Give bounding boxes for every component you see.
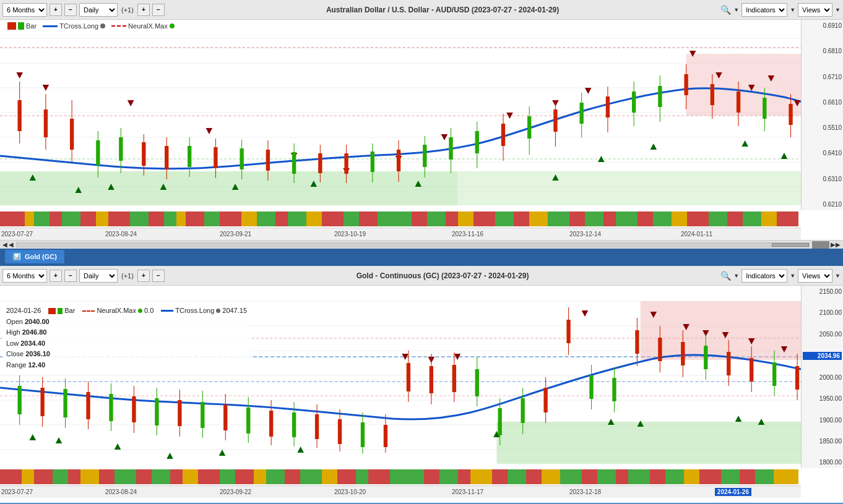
svg-rect-207 (155, 398, 158, 425)
svg-rect-141 (514, 211, 529, 226)
bottom-views-select[interactable]: Views (798, 269, 832, 283)
svg-rect-223 (338, 419, 342, 444)
top-add-period-btn[interactable]: + (50, 4, 62, 16)
svg-rect-217 (269, 411, 273, 437)
bottom-price-6: 1900.00 (803, 417, 842, 424)
svg-rect-132 (359, 211, 378, 226)
svg-rect-112 (34, 211, 50, 226)
top-toolbar-right: 🔍 ▼ Indicators ▼ Views ▼ (720, 3, 841, 17)
bottom-price-1: 2150.00 (803, 288, 842, 295)
svg-rect-235 (475, 369, 479, 396)
svg-rect-203 (109, 394, 113, 421)
svg-rect-103 (763, 98, 766, 119)
svg-rect-152 (709, 211, 727, 226)
bottom-tcross-val: 2047.15 (222, 305, 247, 317)
top-nav-right2-icon[interactable]: ▶ (836, 241, 841, 248)
top-period-select[interactable]: 6 Months 3 Months 1 Year (2, 3, 47, 17)
bottom-period-select[interactable]: 6 Months 3 Months 1 Year (2, 269, 47, 283)
top-price-axis: 0.6910 0.6810 0.6710 0.6610 0.5510 0.641… (801, 20, 843, 210)
svg-rect-136 (427, 211, 446, 226)
bottom-search-icon[interactable]: 🔍 (720, 271, 731, 281)
bottom-indicators-chevron[interactable]: ▼ (790, 273, 795, 279)
top-nav-left-icon[interactable]: ◀ (2, 241, 7, 248)
top-date-6: 2023-12-14 (569, 231, 601, 237)
top-indicators-chevron[interactable]: ▼ (790, 7, 795, 13)
gold-tab[interactable]: 📊 Gold (GC) (5, 250, 64, 263)
svg-rect-95 (658, 86, 662, 107)
bottom-date-axis: 2023-07-27 2023-08-24 2023-09-22 2023-10… (0, 485, 801, 498)
bottom-minus-btn[interactable]: − (152, 270, 165, 282)
bottom-interval-select[interactable]: Daily Weekly (79, 269, 118, 283)
svg-rect-312 (740, 469, 755, 484)
bottom-neuralx-dot-icon (138, 309, 142, 313)
svg-rect-284 (254, 469, 266, 484)
top-scroll-indicator (812, 241, 829, 249)
svg-rect-233 (452, 365, 456, 392)
svg-rect-139 (473, 211, 495, 226)
svg-rect-61 (214, 147, 217, 168)
bottom-views-chevron[interactable]: ▼ (835, 273, 841, 279)
svg-rect-253 (681, 342, 685, 365)
svg-rect-292 (390, 469, 405, 484)
svg-rect-119 (149, 211, 164, 226)
svg-rect-93 (632, 92, 636, 113)
bottom-open-val: 2040.00 (25, 318, 50, 325)
svg-rect-209 (178, 400, 181, 426)
top-nav-left2-icon[interactable]: ◀ (9, 241, 14, 248)
top-legend-neuralx: NeuralX.Max (111, 22, 175, 30)
top-scrollbar-track[interactable] (16, 242, 810, 247)
svg-rect-307 (650, 469, 665, 484)
svg-rect-305 (616, 469, 628, 484)
svg-rect-155 (761, 211, 777, 226)
top-minus-btn[interactable]: − (152, 4, 165, 16)
bottom-bar-label: Bar (64, 305, 75, 317)
svg-rect-101 (737, 92, 740, 113)
svg-rect-151 (687, 211, 709, 226)
svg-rect-286 (285, 469, 300, 484)
svg-rect-231 (430, 366, 433, 393)
svg-rect-149 (653, 211, 672, 226)
bottom-plus-btn[interactable]: + (137, 270, 150, 282)
bottom-date-4: 2023-10-20 (334, 489, 366, 495)
svg-rect-150 (672, 211, 687, 226)
svg-rect-115 (80, 211, 96, 226)
svg-rect-221 (315, 414, 319, 439)
top-views-chevron[interactable]: ▼ (835, 7, 841, 13)
bottom-date-2: 2023-08-24 (105, 489, 137, 495)
top-momentum-bar (0, 210, 801, 228)
svg-rect-63 (240, 148, 243, 169)
top-sub-period-btn[interactable]: − (64, 4, 77, 16)
top-toolbar: 6 Months 3 Months 1 Year + − Daily Weekl… (0, 0, 843, 20)
bottom-add-period-btn[interactable]: + (50, 270, 62, 282)
top-date-7: 2024-01-11 (681, 231, 712, 237)
top-search-icon[interactable]: 🔍 (720, 5, 731, 15)
top-indicators-select[interactable]: Indicators (741, 3, 787, 17)
top-search-chevron[interactable]: ▼ (733, 7, 739, 13)
svg-rect-51 (96, 140, 100, 165)
svg-rect-117 (108, 211, 130, 226)
bottom-tcross-label: TCross.Long (175, 305, 214, 317)
top-date-3: 2023-09-21 (220, 231, 251, 237)
top-scrollbar-thumb[interactable] (772, 243, 809, 247)
svg-rect-303 (582, 469, 597, 484)
bottom-tcross-line-icon (161, 310, 173, 312)
bottom-search-chevron[interactable]: ▼ (733, 273, 739, 279)
svg-rect-142 (529, 211, 548, 226)
svg-rect-261 (772, 362, 776, 386)
svg-rect-241 (543, 388, 547, 412)
svg-rect-83 (501, 124, 505, 146)
top-interval-select[interactable]: Daily Weekly (79, 3, 118, 17)
svg-rect-134 (390, 211, 412, 226)
svg-rect-314 (774, 469, 789, 484)
top-plus-btn[interactable]: + (137, 4, 150, 16)
bottom-indicators-select[interactable]: Indicators (741, 269, 787, 283)
top-nav-right-icon[interactable]: ▶ (831, 241, 836, 248)
bottom-plus-one-label: (+1) (120, 272, 135, 280)
top-chart-with-axis: Bar TCross.Long NeuralX.Max (0, 20, 843, 210)
top-views-select[interactable]: Views (798, 3, 832, 17)
bottom-chart-title: Gold - Continuous (GC) (2023-07-27 - 202… (167, 271, 718, 280)
svg-rect-168 (496, 422, 843, 464)
bottom-sub-period-btn[interactable]: − (64, 270, 77, 282)
svg-rect-219 (292, 412, 296, 437)
svg-rect-229 (407, 363, 410, 391)
